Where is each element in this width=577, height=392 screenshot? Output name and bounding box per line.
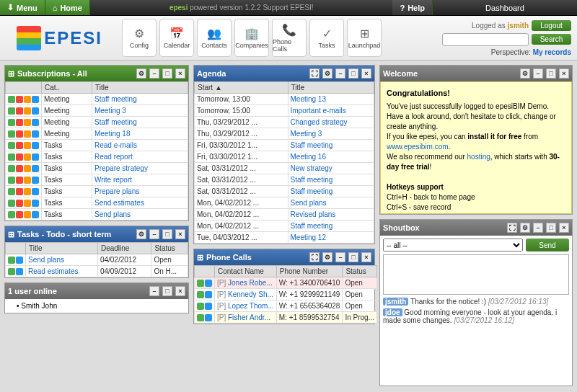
contact-link[interactable]: Fisher Andr... xyxy=(228,313,270,321)
max-icon[interactable]: □ xyxy=(546,223,556,233)
item-link[interactable]: Meeting 16 xyxy=(291,153,326,161)
tool-config[interactable]: ⚙Config xyxy=(122,19,157,57)
max-icon[interactable]: □ xyxy=(162,286,172,296)
tool-contacts[interactable]: 👥Contacts xyxy=(197,19,232,57)
row-actions[interactable] xyxy=(197,280,212,287)
item-link[interactable]: Read report xyxy=(94,153,133,161)
expand-icon[interactable]: ⛶ xyxy=(309,68,320,79)
item-link[interactable]: Staff meeting xyxy=(291,141,333,149)
logout-button[interactable]: Logout xyxy=(532,20,571,31)
close-icon[interactable]: × xyxy=(175,286,185,296)
item-link[interactable]: Meeting 3 xyxy=(94,107,126,115)
item-link[interactable]: Staff meeting xyxy=(291,222,333,230)
epesi-link[interactable]: www.epesibim.com xyxy=(387,143,449,151)
home-button[interactable]: ⌂Home xyxy=(45,0,90,15)
expand-icon[interactable]: ⛶ xyxy=(309,252,320,262)
expand-icon[interactable]: ⛶ xyxy=(507,223,517,233)
max-icon[interactable]: □ xyxy=(162,229,172,239)
shout-input[interactable] xyxy=(383,254,569,295)
search-input[interactable] xyxy=(442,33,529,46)
tool-phonecalls[interactable]: 📞Phone Calls xyxy=(272,19,307,57)
menu-button[interactable]: ⬇Menu xyxy=(0,0,45,15)
row-actions[interactable] xyxy=(8,211,39,218)
min-icon[interactable]: – xyxy=(149,286,159,296)
item-link[interactable]: Read e-mails xyxy=(94,141,137,149)
plus-icon[interactable]: ⊞ xyxy=(8,230,14,239)
row-actions[interactable] xyxy=(8,200,39,207)
item-link[interactable]: Meeting 12 xyxy=(291,233,326,241)
tool-launchpad[interactable]: ⊞Launchpad xyxy=(347,19,382,57)
close-icon[interactable]: × xyxy=(361,252,371,262)
current-user: jsmith xyxy=(508,22,529,30)
logged-as-label: Logged as xyxy=(472,22,506,30)
send-button[interactable]: Send xyxy=(526,239,569,251)
contact-link[interactable]: Kennedy Sh... xyxy=(228,290,273,298)
config-icon[interactable]: ⚙ xyxy=(136,229,146,239)
min-icon[interactable]: – xyxy=(533,223,543,233)
row-actions[interactable] xyxy=(197,291,212,298)
item-link[interactable]: Meeting 13 xyxy=(291,95,326,103)
item-link[interactable]: Staff meeting xyxy=(291,176,333,184)
config-icon[interactable]: ⚙ xyxy=(322,68,332,79)
tool-tasks[interactable]: ✓Tasks xyxy=(309,19,344,57)
item-link[interactable]: Prepare plans xyxy=(94,187,139,195)
item-link[interactable]: Revised plans xyxy=(291,210,336,218)
min-icon[interactable]: – xyxy=(149,68,159,79)
max-icon[interactable]: □ xyxy=(348,252,358,262)
item-link[interactable]: Send plans xyxy=(291,199,327,207)
item-link[interactable]: Staff meeting xyxy=(94,118,137,126)
row-actions[interactable] xyxy=(8,96,39,103)
row-actions[interactable] xyxy=(197,314,212,321)
search-button[interactable]: Search xyxy=(532,34,571,45)
item-link[interactable]: New strategy xyxy=(291,164,332,172)
close-icon[interactable]: × xyxy=(559,223,569,233)
item-link[interactable]: Meeting 3 xyxy=(291,130,322,138)
config-icon[interactable]: ⚙ xyxy=(136,68,146,79)
item-link[interactable]: Important e-mails xyxy=(291,107,346,115)
close-icon[interactable]: × xyxy=(175,68,185,79)
tool-calendar[interactable]: 📅Calendar xyxy=(159,19,194,57)
plus-icon[interactable]: ⊞ xyxy=(8,69,14,79)
max-icon[interactable]: □ xyxy=(546,68,556,79)
config-icon[interactable]: ⚙ xyxy=(520,223,530,233)
close-icon[interactable]: × xyxy=(361,68,371,79)
row-actions[interactable] xyxy=(197,303,212,310)
item-link[interactable]: Write report xyxy=(94,176,132,184)
min-icon[interactable]: – xyxy=(533,68,543,79)
contact-link[interactable]: Lopez Thom... xyxy=(228,302,274,310)
help-button[interactable]: ?Help xyxy=(392,0,433,15)
row-actions[interactable] xyxy=(8,142,39,149)
tool-companies[interactable]: 🏢Companies xyxy=(234,19,269,57)
item-link[interactable]: Prepare strategy xyxy=(94,164,148,172)
row-actions[interactable] xyxy=(8,268,23,275)
item-link[interactable]: Staff meeting xyxy=(291,187,333,195)
row-actions[interactable] xyxy=(8,165,39,172)
close-icon[interactable]: × xyxy=(559,68,569,79)
max-icon[interactable]: □ xyxy=(348,68,358,79)
contact-link[interactable]: Jones Robe... xyxy=(228,279,273,287)
item-link[interactable]: Send estimates xyxy=(94,199,144,207)
hosting-link[interactable]: hosting xyxy=(467,153,490,161)
config-icon[interactable]: ⚙ xyxy=(520,68,530,79)
config-icon[interactable]: ⚙ xyxy=(322,252,332,262)
min-icon[interactable]: – xyxy=(149,229,159,239)
min-icon[interactable]: – xyxy=(335,68,345,79)
shout-recipient-select[interactable]: -- all -- xyxy=(383,239,523,251)
item-link[interactable]: Staff meeting xyxy=(94,95,137,103)
row-actions[interactable] xyxy=(8,257,23,264)
item-link[interactable]: Send plans xyxy=(28,256,64,264)
max-icon[interactable]: □ xyxy=(162,68,172,79)
min-icon[interactable]: – xyxy=(335,252,345,262)
close-icon[interactable]: × xyxy=(175,229,185,239)
row-actions[interactable] xyxy=(8,119,39,126)
row-actions[interactable] xyxy=(8,107,39,115)
item-link[interactable]: Meeting 18 xyxy=(94,130,130,138)
item-link[interactable]: Send plans xyxy=(94,210,131,218)
row-actions[interactable] xyxy=(8,130,39,138)
item-link[interactable]: Changed strategy xyxy=(291,118,348,126)
row-actions[interactable] xyxy=(8,177,39,184)
plus-icon[interactable]: ⊞ xyxy=(197,253,203,262)
item-link[interactable]: Read estimates xyxy=(28,267,78,275)
row-actions[interactable] xyxy=(8,188,39,195)
row-actions[interactable] xyxy=(8,153,39,161)
